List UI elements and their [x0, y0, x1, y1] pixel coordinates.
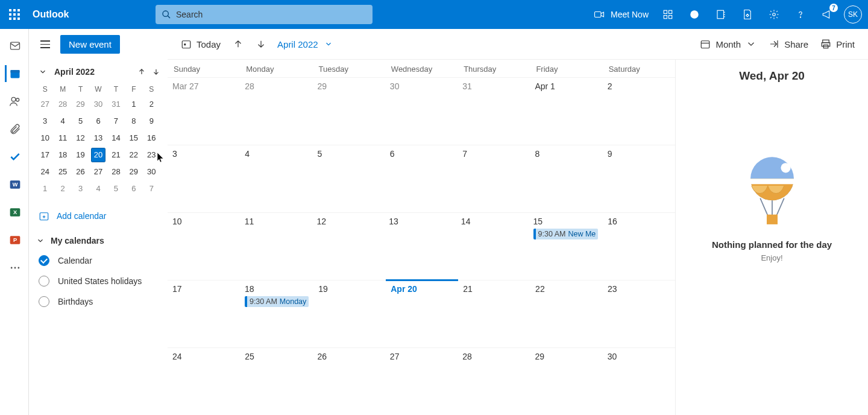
mini-day[interactable]: 22 — [125, 147, 142, 163]
day-cell[interactable]: 12 — [312, 212, 384, 280]
calendar-list-item[interactable]: United States holidays — [36, 276, 160, 287]
mini-day[interactable]: 3 — [36, 113, 54, 130]
day-cell[interactable]: 16 — [603, 212, 675, 280]
day-cell[interactable]: Mar 27 — [168, 77, 240, 145]
mini-day[interactable]: 23 — [143, 147, 160, 163]
day-cell[interactable]: Apr 20 — [386, 280, 458, 347]
day-cell[interactable]: 6 — [385, 145, 458, 212]
day-cell[interactable]: 9 — [603, 145, 675, 212]
nav-toggle[interactable] — [36, 36, 54, 54]
rail-people[interactable] — [5, 93, 24, 110]
mini-day[interactable]: 6 — [125, 180, 142, 197]
day-cell[interactable]: 23 — [603, 280, 675, 347]
skype-button[interactable]: S — [681, 0, 708, 29]
day-cell[interactable]: 5 — [313, 145, 385, 212]
teams-button[interactable] — [655, 0, 681, 29]
day-cell[interactable]: 29 — [530, 347, 602, 415]
day-cell[interactable]: 10 — [168, 212, 240, 280]
meet-now-button[interactable]: Meet Now — [588, 0, 655, 29]
day-cell[interactable]: 25 — [240, 347, 312, 415]
day-cell[interactable]: 27 — [385, 347, 458, 415]
whats-new-button[interactable]: 7 — [814, 0, 840, 29]
day-cell[interactable]: 2 — [603, 77, 675, 145]
app-launcher-button[interactable] — [0, 0, 29, 29]
mini-day[interactable]: 20 — [89, 147, 107, 163]
mini-day[interactable]: 27 — [89, 163, 107, 180]
mini-day[interactable]: 11 — [54, 130, 71, 147]
rail-todo[interactable] — [5, 148, 24, 165]
day-cell[interactable]: Apr 1 — [530, 77, 602, 145]
day-cell[interactable]: 30 — [385, 77, 458, 145]
mini-day[interactable]: 9 — [143, 113, 160, 130]
view-picker[interactable]: Month — [694, 35, 763, 53]
today-button[interactable]: Today — [175, 35, 227, 53]
add-calendar-button[interactable]: Add calendar — [36, 211, 160, 221]
day-cell[interactable]: 31 — [458, 77, 530, 145]
mini-day[interactable]: 2 — [54, 180, 71, 197]
rail-excel[interactable]: X — [5, 204, 24, 221]
mini-day[interactable]: 2 — [143, 96, 160, 113]
next-period[interactable] — [250, 35, 272, 53]
day-cell[interactable]: 189:30 AMMonday — [240, 280, 313, 347]
prev-period[interactable] — [227, 35, 250, 53]
day-cell[interactable]: 26 — [313, 347, 385, 415]
mini-prev-month[interactable] — [137, 68, 146, 76]
mini-day[interactable]: 28 — [107, 163, 125, 180]
day-cell[interactable]: 19 — [313, 280, 386, 347]
day-cell[interactable]: 28 — [458, 347, 530, 415]
rail-mail[interactable] — [5, 37, 24, 54]
mini-day[interactable]: 25 — [54, 163, 71, 180]
day-cell[interactable]: 8 — [530, 145, 602, 212]
day-cell[interactable]: 4 — [240, 145, 312, 212]
mini-day[interactable]: 29 — [72, 96, 89, 113]
mini-day[interactable]: 14 — [107, 130, 125, 147]
mini-day[interactable]: 7 — [143, 180, 160, 197]
day-cell[interactable]: 24 — [168, 347, 240, 415]
mini-day[interactable]: 30 — [89, 96, 107, 113]
calendar-list-item[interactable]: Calendar — [36, 255, 160, 266]
month-picker[interactable]: April 2022 — [277, 39, 333, 49]
calendar-event[interactable]: 9:30 AMMonday — [245, 296, 309, 307]
mini-day[interactable]: 15 — [125, 130, 142, 147]
mini-cal-collapse[interactable] — [36, 68, 49, 76]
day-cell[interactable]: 28 — [240, 77, 312, 145]
day-cell[interactable]: 159:30 AMNew Me — [529, 212, 603, 280]
mini-day[interactable]: 6 — [89, 113, 107, 130]
calendar-checkbox[interactable] — [39, 276, 49, 287]
mini-day[interactable]: 26 — [72, 163, 89, 180]
mini-day[interactable]: 27 — [36, 96, 54, 113]
mini-day[interactable]: 28 — [54, 96, 71, 113]
mini-day[interactable]: 4 — [54, 113, 71, 130]
day-cell[interactable]: 17 — [168, 280, 240, 347]
mini-day[interactable]: 30 — [143, 163, 160, 180]
mini-day[interactable]: 10 — [36, 130, 54, 147]
day-cell[interactable]: 30 — [603, 347, 675, 415]
rail-calendar[interactable] — [5, 65, 24, 82]
mini-day[interactable]: 19 — [72, 147, 89, 163]
day-cell[interactable]: 21 — [458, 280, 530, 347]
mini-day[interactable]: 17 — [36, 147, 54, 163]
mini-day[interactable]: 31 — [107, 96, 125, 113]
onenote-feed-button[interactable] — [708, 0, 734, 29]
account-avatar[interactable]: SK — [844, 5, 862, 24]
mini-day[interactable]: 4 — [89, 180, 107, 197]
day-cell[interactable]: 7 — [458, 145, 530, 212]
mini-day[interactable]: 1 — [125, 96, 142, 113]
mini-day[interactable]: 12 — [72, 130, 89, 147]
mini-day[interactable]: 16 — [143, 130, 160, 147]
search-input[interactable] — [176, 10, 366, 19]
mini-day[interactable]: 13 — [89, 130, 107, 147]
rail-files[interactable] — [5, 121, 24, 138]
calendar-list-item[interactable]: Birthdays — [36, 296, 160, 307]
rail-word[interactable]: W — [5, 176, 24, 193]
my-calendars-header[interactable]: My calendars — [36, 236, 160, 246]
rail-more[interactable] — [5, 259, 24, 276]
day-cell[interactable]: 29 — [313, 77, 385, 145]
mini-day[interactable]: 21 — [107, 147, 125, 163]
print-button[interactable]: Print — [814, 35, 861, 53]
mini-day[interactable]: 1 — [36, 180, 54, 197]
share-button[interactable]: Share — [763, 35, 814, 53]
mini-day[interactable]: 5 — [107, 180, 125, 197]
mini-day[interactable]: 29 — [125, 163, 142, 180]
calendar-checkbox[interactable] — [39, 255, 49, 266]
